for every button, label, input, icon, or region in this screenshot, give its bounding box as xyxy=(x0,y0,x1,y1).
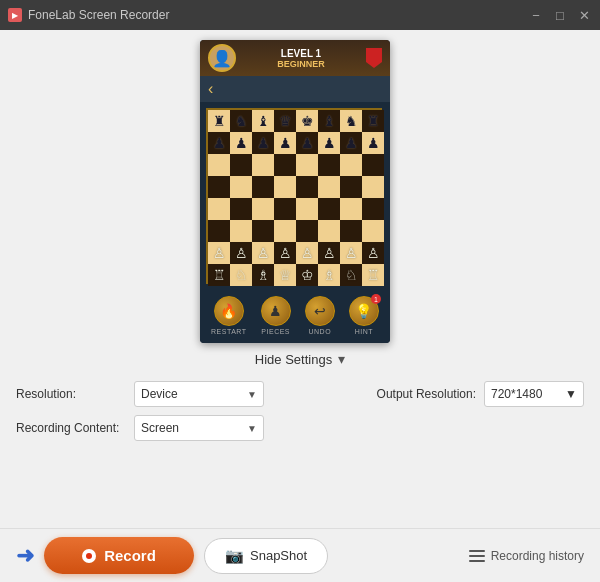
chess-cell: ♙ xyxy=(208,242,230,264)
chess-cell: ♚ xyxy=(296,110,318,132)
main-content: 👤 LEVEL 1 BEGINNER ‹ ♜♞♝♛♚♝♞♜♟♟♟♟♟♟♟♟♙♙♙… xyxy=(0,30,600,582)
chess-cell xyxy=(340,176,362,198)
chess-cell: ♟ xyxy=(296,132,318,154)
output-resolution-select[interactable]: 720*1480 ▼ xyxy=(484,381,584,407)
hint-button[interactable]: 💡 1 HINT xyxy=(349,296,379,335)
resolution-select[interactable]: Device ▼ xyxy=(134,381,264,407)
title-bar-left: ▶ FoneLab Screen Recorder xyxy=(8,8,169,22)
chess-cell xyxy=(208,198,230,220)
chess-cell xyxy=(230,176,252,198)
snapshot-label: SnapShot xyxy=(250,548,307,563)
chess-cell: ♟ xyxy=(318,132,340,154)
undo-circle: ↩ xyxy=(305,296,335,326)
chess-cell: ♙ xyxy=(252,242,274,264)
chess-cell xyxy=(318,220,340,242)
chess-nav: ‹ xyxy=(200,76,390,102)
record-button[interactable]: Record xyxy=(44,537,194,574)
chess-cell: ♟ xyxy=(274,132,296,154)
chess-cell xyxy=(230,220,252,242)
chess-flag xyxy=(366,48,382,68)
snapshot-button[interactable]: 📷 SnapShot xyxy=(204,538,328,574)
chess-cell: ♗ xyxy=(252,264,274,286)
chess-cell xyxy=(340,154,362,176)
chess-cell: ♙ xyxy=(230,242,252,264)
minimize-button[interactable]: − xyxy=(528,7,544,23)
chess-game-preview: 👤 LEVEL 1 BEGINNER ‹ ♜♞♝♛♚♝♞♜♟♟♟♟♟♟♟♟♙♙♙… xyxy=(200,40,390,343)
chess-cell xyxy=(230,154,252,176)
chess-cell: ♙ xyxy=(340,242,362,264)
chess-cell xyxy=(274,198,296,220)
chess-cell xyxy=(340,220,362,242)
hint-circle: 💡 1 xyxy=(349,296,379,326)
chess-cell xyxy=(274,154,296,176)
chess-cell xyxy=(362,198,384,220)
record-label: Record xyxy=(104,547,156,564)
restart-button[interactable]: 🔥 RESTART xyxy=(211,296,247,335)
chess-cell xyxy=(296,176,318,198)
close-button[interactable]: ✕ xyxy=(576,7,592,23)
chess-cell: ♟ xyxy=(252,132,274,154)
chess-buttons: 🔥 RESTART ♟ PIECES ↩ UNDO 💡 1 HINT xyxy=(200,290,390,343)
chessboard[interactable]: ♜♞♝♛♚♝♞♜♟♟♟♟♟♟♟♟♙♙♙♙♙♙♙♙♖♘♗♕♔♗♘♖ xyxy=(206,108,382,284)
chess-cell: ♜ xyxy=(362,110,384,132)
record-dot-icon xyxy=(82,549,96,563)
chess-cell: ♟ xyxy=(230,132,252,154)
chess-header: 👤 LEVEL 1 BEGINNER xyxy=(200,40,390,76)
settings-row-1: Resolution: Device ▼ Output Resolution: … xyxy=(16,381,584,407)
title-bar: ▶ FoneLab Screen Recorder − □ ✕ xyxy=(0,0,600,30)
chess-cell xyxy=(318,198,340,220)
recording-history-button[interactable]: Recording history xyxy=(469,549,584,563)
chess-cell: ♕ xyxy=(274,264,296,286)
camera-icon: 📷 xyxy=(225,547,244,565)
chess-cell: ♟ xyxy=(362,132,384,154)
chess-cell: ♘ xyxy=(230,264,252,286)
chess-back-button[interactable]: ‹ xyxy=(208,80,213,98)
content-select-arrow: ▼ xyxy=(247,423,257,434)
chess-cell xyxy=(296,198,318,220)
chess-cell: ♖ xyxy=(208,264,230,286)
app-icon: ▶ xyxy=(8,8,22,22)
restart-circle: 🔥 xyxy=(214,296,244,326)
chess-cell: ♞ xyxy=(230,110,252,132)
settings-section: Resolution: Device ▼ Output Resolution: … xyxy=(0,375,600,528)
chess-cell: ♗ xyxy=(318,264,340,286)
resolution-select-arrow: ▼ xyxy=(247,389,257,400)
phone-preview: 👤 LEVEL 1 BEGINNER ‹ ♜♞♝♛♚♝♞♜♟♟♟♟♟♟♟♟♙♙♙… xyxy=(200,40,400,343)
recording-content-label: Recording Content: xyxy=(16,421,126,435)
chess-cell: ♖ xyxy=(362,264,384,286)
chess-cell xyxy=(230,198,252,220)
recording-content-select[interactable]: Screen ▼ xyxy=(134,415,264,441)
output-resolution-label: Output Resolution: xyxy=(377,387,476,401)
chess-cell xyxy=(362,154,384,176)
output-select-arrow: ▼ xyxy=(565,387,577,401)
chess-avatar: 👤 xyxy=(208,44,236,72)
chess-cell: ♝ xyxy=(252,110,274,132)
chess-cell: ♙ xyxy=(274,242,296,264)
bottom-bar: ➜ Record 📷 SnapShot Recording history xyxy=(0,528,600,582)
recording-history-label: Recording history xyxy=(491,549,584,563)
chessboard-wrapper: ♜♞♝♛♚♝♞♜♟♟♟♟♟♟♟♟♙♙♙♙♙♙♙♙♖♘♗♕♔♗♘♖ xyxy=(200,102,390,290)
chess-cell xyxy=(318,154,340,176)
chess-cell xyxy=(274,220,296,242)
chess-cell xyxy=(252,198,274,220)
chess-cell xyxy=(252,154,274,176)
chess-cell: ♛ xyxy=(274,110,296,132)
chess-cell: ♜ xyxy=(208,110,230,132)
pieces-button[interactable]: ♟ PIECES xyxy=(261,296,291,335)
chess-cell: ♝ xyxy=(318,110,340,132)
hide-settings-label: Hide Settings xyxy=(255,352,332,367)
chess-cell xyxy=(340,198,362,220)
resolution-label: Resolution: xyxy=(16,387,126,401)
settings-row-2: Recording Content: Screen ▼ xyxy=(16,415,584,441)
chess-cell: ♙ xyxy=(296,242,318,264)
arrow-indicator: ➜ xyxy=(16,543,34,569)
chess-cell xyxy=(252,176,274,198)
chess-cell: ♞ xyxy=(340,110,362,132)
hide-settings-bar[interactable]: Hide Settings ▾ xyxy=(0,343,600,375)
undo-button[interactable]: ↩ UNDO xyxy=(305,296,335,335)
chess-cell xyxy=(296,220,318,242)
chess-cell xyxy=(362,176,384,198)
maximize-button[interactable]: □ xyxy=(552,7,568,23)
chess-cell: ♙ xyxy=(318,242,340,264)
chess-cell xyxy=(252,220,274,242)
